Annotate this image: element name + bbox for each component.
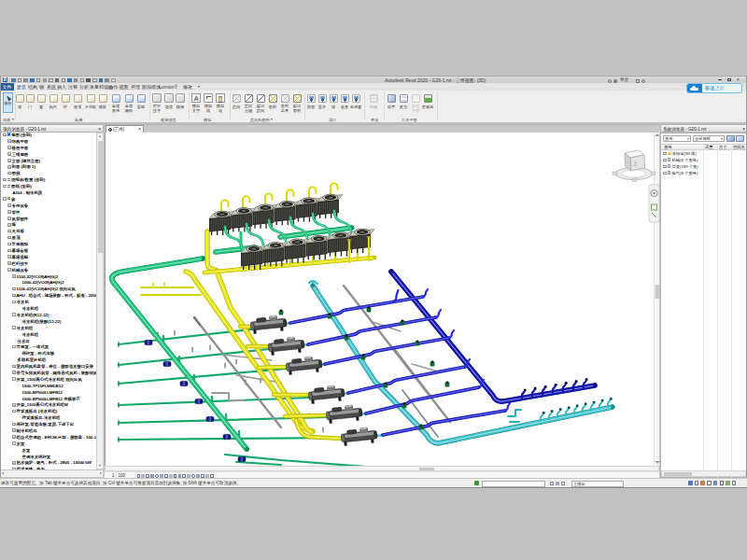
svg-text:上: 上 [633,161,638,166]
